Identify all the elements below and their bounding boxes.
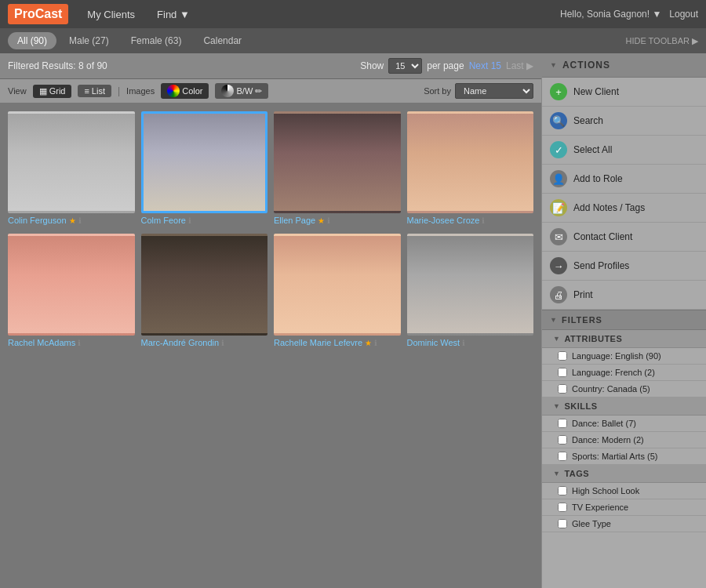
actions-header: ▼ ACTIONS (542, 53, 706, 78)
filter-sports-martial-arts[interactable]: Sports: Martial Arts (5) (542, 448, 706, 465)
filter-label-high-school: High School Look (572, 486, 639, 495)
search-action[interactable]: 🔍 Search (542, 107, 706, 136)
filter-country-canada[interactable]: Country: Canada (5) (542, 381, 706, 397)
client-card-3[interactable]: Marie-Josee Croze ℹ (407, 111, 534, 227)
filter-label-sports-ma: Sports: Martial Arts (5) (572, 452, 657, 461)
header-right: Hello, Sonia Gagnon! ▼ Logout (560, 9, 698, 20)
select-all-action[interactable]: ✓ Select All (542, 136, 706, 165)
search-label: Search (573, 115, 603, 126)
star-icon-6: ★ (365, 339, 372, 347)
info-icon-1[interactable]: ℹ (188, 216, 191, 225)
client-card-1[interactable]: Colm Feore ℹ (141, 111, 268, 227)
view-label: View (8, 86, 27, 96)
client-card-5[interactable]: Marc-André Grondin ℹ (141, 234, 268, 350)
filters-header[interactable]: ▼ FILTERS (542, 310, 706, 330)
grid-icon: ▦ (39, 86, 47, 96)
new-client-action[interactable]: + New Client (542, 78, 706, 107)
tab-female[interactable]: Female (63) (122, 32, 191, 49)
logo[interactable]: ProCast (8, 4, 68, 24)
main-layout: Filtered Results: 8 of 90 Show 15 25 50 … (0, 53, 706, 588)
send-profiles-icon: → (550, 257, 567, 274)
filter-high-school-look[interactable]: High School Look (542, 483, 706, 499)
add-notes-icon: 📝 (550, 199, 567, 216)
hide-toolbar-button[interactable]: HIDE TOOLBAR ▶ (625, 36, 698, 46)
skills-triangle-icon: ▼ (553, 402, 560, 410)
color-view-button[interactable]: Color (161, 83, 209, 99)
filter-glee-type[interactable]: Glee Type (542, 516, 706, 532)
add-to-role-icon: 👤 (550, 170, 567, 187)
tab-all[interactable]: All (90) (8, 32, 56, 49)
filter-checkbox-lang-fr[interactable] (558, 368, 567, 377)
logout-button[interactable]: Logout (669, 9, 698, 20)
client-photo-4 (8, 234, 135, 336)
client-name-4: Rachel McAdams ℹ (8, 336, 135, 350)
show-label: Show (360, 60, 384, 71)
color-circle-icon (167, 85, 180, 97)
send-profiles-action[interactable]: → Send Profiles (542, 252, 706, 281)
sidebar: ▼ ACTIONS + New Client 🔍 Search ✓ Select… (541, 53, 706, 588)
my-clients-link[interactable]: My Clients (76, 4, 146, 25)
find-link[interactable]: Find ▼ (146, 4, 201, 25)
add-notes-action[interactable]: 📝 Add Notes / Tags (542, 194, 706, 223)
greeting-text[interactable]: Hello, Sonia Gagnon! ▼ (560, 9, 661, 20)
filter-checkbox-lang-en[interactable] (558, 351, 567, 361)
client-photo-0 (8, 111, 135, 213)
info-icon-6[interactable]: ℹ (374, 339, 377, 347)
filter-checkbox-high-school[interactable] (558, 486, 567, 495)
skills-header[interactable]: ▼ SKILLS (542, 397, 706, 416)
attributes-header[interactable]: ▼ ATTRIBUTES (542, 330, 706, 348)
skills-title: SKILLS (564, 401, 597, 411)
filter-language-english[interactable]: Language: English (90) (542, 348, 706, 365)
filter-tv-experience[interactable]: TV Experience (542, 499, 706, 516)
print-icon: 🖨 (550, 286, 567, 303)
client-card-2[interactable]: Ellen Page ★ ℹ (274, 111, 401, 227)
tab-calendar[interactable]: Calendar (194, 32, 251, 49)
sort-select[interactable]: Name Date Added Last Modified (455, 83, 533, 99)
subnav-tabs: All (90) Male (27) Female (63) Calendar (8, 32, 251, 49)
client-photo-1 (141, 111, 268, 213)
filter-dance-modern[interactable]: Dance: Modern (2) (542, 432, 706, 448)
filter-checkbox-dance-modern[interactable] (558, 435, 567, 445)
info-icon-5[interactable]: ℹ (221, 339, 224, 347)
filter-checkbox-country-ca[interactable] (558, 384, 567, 394)
client-card-0[interactable]: Colin Ferguson ★ ℹ (8, 111, 135, 227)
tab-male[interactable]: Male (27) (60, 32, 118, 49)
filter-language-french[interactable]: Language: French (2) (542, 365, 706, 381)
last-page-link[interactable]: Last ▶ (506, 60, 533, 71)
filter-label-lang-fr: Language: French (2) (572, 368, 655, 377)
subnav: All (90) Male (27) Female (63) Calendar … (0, 28, 706, 53)
filter-checkbox-tv-exp[interactable] (558, 503, 567, 512)
bw-circle-icon (221, 85, 234, 97)
content-area: Filtered Results: 8 of 90 Show 15 25 50 … (0, 53, 541, 588)
info-icon-4[interactable]: ℹ (78, 339, 81, 347)
filter-label-lang-en: Language: English (90) (572, 351, 661, 361)
bw-view-button[interactable]: B/W ✏ (215, 83, 268, 99)
info-icon-2[interactable]: ℹ (327, 216, 330, 225)
per-page-select[interactable]: 15 25 50 (388, 58, 422, 74)
contact-client-action[interactable]: ✉ Contact Client (542, 223, 706, 252)
filter-checkbox-glee[interactable] (558, 519, 567, 528)
filter-checkbox-dance-ballet[interactable] (558, 419, 567, 428)
next-page-link[interactable]: Next 15 (469, 60, 501, 71)
grid-view-button[interactable]: ▦ Grid (33, 85, 72, 98)
sort-bar: Sort by Name Date Added Last Modified (424, 83, 533, 99)
tags-header[interactable]: ▼ TAGS (542, 465, 706, 483)
filter-dance-ballet[interactable]: Dance: Ballet (7) (542, 416, 706, 432)
add-to-role-label: Add to Role (573, 173, 623, 184)
client-card-7[interactable]: Dominic West ℹ (407, 234, 534, 350)
new-client-label: New Client (573, 86, 619, 97)
client-photo-3 (407, 111, 534, 213)
info-icon-0[interactable]: ℹ (78, 216, 82, 225)
client-card-6[interactable]: Rachelle Marie Lefevre ★ ℹ (274, 234, 401, 350)
nav-links: My Clients Find ▼ (76, 4, 200, 25)
client-card-4[interactable]: Rachel McAdams ℹ (8, 234, 135, 350)
print-action[interactable]: 🖨 Print (542, 281, 706, 310)
select-all-label: Select All (573, 144, 612, 155)
info-icon-3[interactable]: ℹ (482, 216, 485, 225)
client-name-3: Marie-Josee Croze ℹ (407, 213, 534, 227)
info-icon-7[interactable]: ℹ (462, 339, 465, 347)
list-view-button[interactable]: ≡ List (78, 85, 111, 97)
add-to-role-action[interactable]: 👤 Add to Role (542, 165, 706, 194)
send-profiles-label: Send Profiles (573, 260, 629, 271)
filter-checkbox-sports-ma[interactable] (558, 452, 567, 461)
